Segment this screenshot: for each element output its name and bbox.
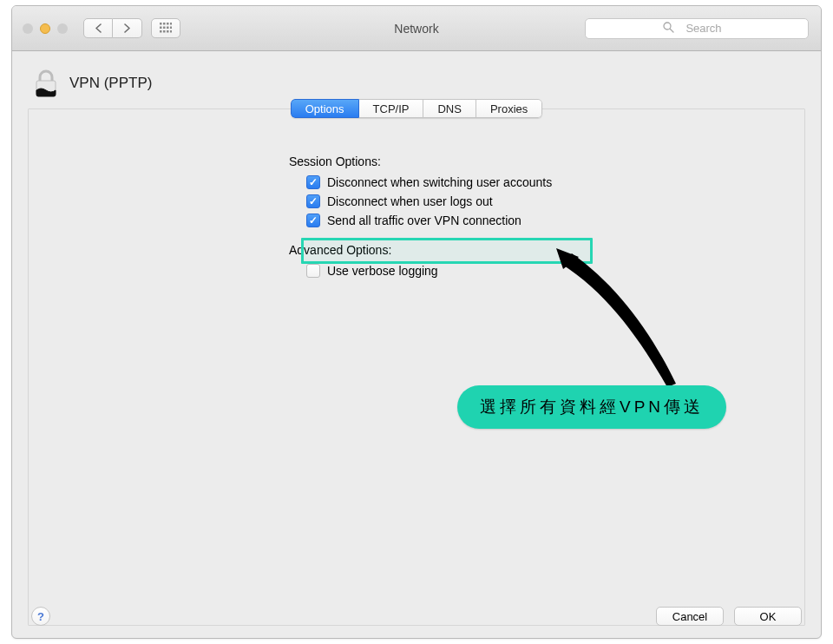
checkbox-row-send-all-vpn: Send all traffic over VPN connection [306,214,775,227]
show-all-button[interactable] [151,18,180,38]
svg-rect-6 [167,26,169,29]
minimize-window-button[interactable] [40,23,50,34]
tab-tcpip[interactable]: TCP/IP [359,99,424,118]
annotation-text: 選擇所有資料經VPN傳送 [480,398,704,416]
svg-rect-2 [167,23,169,25]
svg-rect-0 [160,23,162,25]
checkbox-disconnect-logout[interactable] [306,194,320,208]
svg-rect-9 [163,30,166,33]
pane-title: VPN (PPTP) [69,75,152,92]
checkbox-row-verbose-logging: Use verbose logging [306,264,775,278]
annotation-callout: 選擇所有資料經VPN傳送 [457,385,726,429]
traffic-lights [23,23,68,34]
checkbox-label: Disconnect when user logs out [327,194,493,208]
tab-dns[interactable]: DNS [423,99,476,118]
ok-button[interactable]: OK [734,607,802,626]
segmented-tabs: Options TCP/IP DNS Proxies [291,99,543,118]
checkbox-label: Use verbose logging [327,264,438,278]
vpn-lock-icon [31,69,61,98]
svg-rect-3 [170,23,172,25]
checkbox-label: Send all traffic over VPN connection [327,214,521,227]
svg-rect-7 [170,26,172,29]
checkbox-send-all-vpn[interactable] [306,214,320,227]
checkbox-disconnect-switch[interactable] [306,175,320,189]
maximize-window-button[interactable] [57,23,68,34]
advanced-options-label: Advanced Options: [289,243,775,257]
chevron-right-icon [124,23,130,33]
toolbar: Network [12,6,821,51]
nav-buttons [83,18,142,38]
forward-button[interactable] [113,18,142,38]
grid-icon [160,23,172,35]
search-input[interactable] [585,18,809,39]
checkbox-row-disconnect-logout: Disconnect when user logs out [306,194,775,208]
svg-rect-10 [167,30,169,33]
svg-rect-5 [163,26,166,29]
checkbox-label: Disconnect when switching user accounts [327,175,552,189]
window-body: VPN (PPTP) Options TCP/IP DNS Proxies Se… [12,51,821,638]
options-form: Session Options: Disconnect when switchi… [289,128,775,278]
svg-rect-1 [163,23,166,25]
preferences-window: Network VPN (PPTP) [11,5,822,639]
svg-rect-4 [160,26,162,29]
tab-proxies[interactable]: Proxies [476,99,542,118]
back-button[interactable] [83,18,113,38]
checkbox-verbose-logging[interactable] [306,264,320,278]
cancel-button[interactable]: Cancel [656,607,724,626]
chevron-left-icon [95,23,102,33]
checkbox-row-disconnect-switch: Disconnect when switching user accounts [306,175,775,189]
svg-rect-8 [160,30,162,33]
help-button[interactable]: ? [31,607,50,626]
settings-pane: Options TCP/IP DNS Proxies Session Optio… [28,108,805,626]
close-window-button[interactable] [23,23,33,34]
tab-options[interactable]: Options [291,99,359,118]
svg-rect-11 [170,30,172,33]
session-options-label: Session Options: [289,154,775,168]
